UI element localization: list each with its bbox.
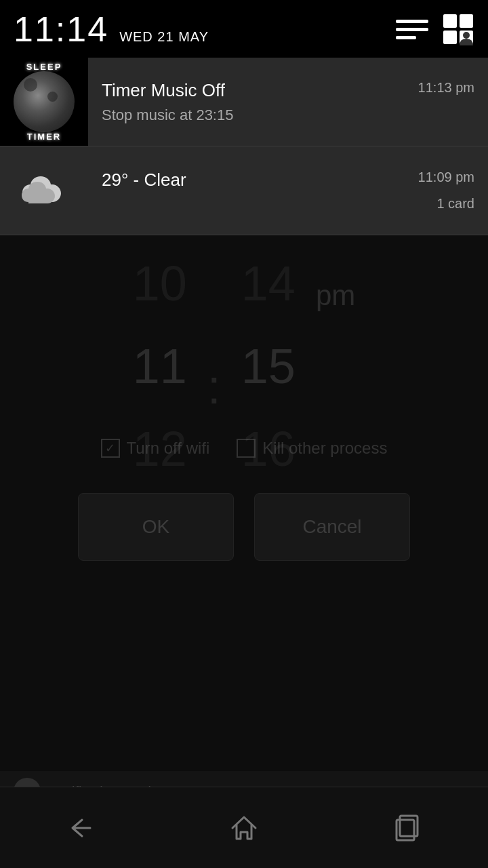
weather-subtitle: 1 card	[102, 196, 474, 212]
time-colon: :	[207, 345, 221, 414]
cloud-icon	[20, 172, 68, 210]
status-bar: 11:14 WED 21 MAY	[0, 0, 488, 58]
sleep-timer-app-icon: SLEEP TIMER	[0, 58, 88, 146]
option-wifi: ✓ Turn off wifi	[101, 439, 210, 458]
hour-prev: 10	[133, 256, 187, 311]
sleep-label: SLEEP	[0, 62, 88, 72]
home-icon	[226, 809, 263, 846]
timer-label: TIMER	[0, 132, 88, 142]
hour-current: 11	[133, 338, 187, 394]
sleep-timer-title: Timer Music Off	[102, 80, 225, 101]
minute-current: 15	[241, 338, 296, 394]
svg-rect-3	[443, 14, 457, 28]
moon-image	[14, 71, 75, 132]
sleep-timer-time: 11:13 pm	[418, 80, 474, 96]
weather-header: 29° - Clear 11:09 pm	[102, 170, 474, 191]
svg-rect-1	[396, 28, 428, 31]
svg-rect-2	[396, 36, 416, 39]
dialog-buttons: OK Cancel	[0, 493, 488, 561]
wifi-label: Turn off wifi	[127, 439, 210, 458]
kill-label: Kill other process	[262, 439, 387, 458]
clock-time: 11:14	[14, 9, 108, 50]
back-button[interactable]	[54, 808, 108, 848]
back-icon	[63, 809, 100, 846]
sleep-timer-icon-container: SLEEP TIMER	[0, 58, 88, 146]
main-content: 10 11 12 : 14 15 16 pm ✓ Turn off wifi K…	[0, 235, 488, 868]
option-kill: Kill other process	[237, 439, 387, 458]
cancel-button[interactable]: Cancel	[254, 493, 410, 561]
weather-content: 29° - Clear 11:09 pm 1 card	[88, 146, 488, 235]
recents-button[interactable]	[380, 808, 434, 848]
weather-time: 11:09 pm	[418, 170, 474, 185]
notification-sleep-timer[interactable]: SLEEP TIMER Timer Music Off 11:13 pm Sto…	[0, 58, 488, 146]
status-icons	[396, 13, 474, 45]
wifi-checkbox: ✓	[101, 439, 120, 458]
sleep-timer-header: Timer Music Off 11:13 pm	[102, 80, 474, 101]
svg-rect-4	[460, 14, 473, 28]
clock-date: WED 21 MAY	[119, 29, 209, 45]
profile-icon	[442, 13, 474, 45]
ampm-text: pm	[316, 256, 355, 312]
cancel-label: Cancel	[302, 516, 361, 538]
sleep-timer-content: Timer Music Off 11:13 pm Stop music at 2…	[88, 58, 488, 146]
navigation-bar	[0, 787, 488, 868]
options-row: ✓ Turn off wifi Kill other process	[0, 439, 488, 458]
sleep-timer-subtitle: Stop music at 23:15	[102, 106, 474, 124]
ok-button[interactable]: OK	[78, 493, 234, 561]
signal-icon	[396, 16, 428, 43]
svg-rect-0	[396, 20, 428, 23]
home-button[interactable]	[217, 808, 271, 848]
notification-weather[interactable]: 29° - Clear 11:09 pm 1 card	[0, 146, 488, 235]
svg-rect-5	[443, 31, 457, 44]
ok-label: OK	[142, 516, 169, 538]
weather-title: 29° - Clear	[102, 170, 186, 191]
status-time-area: 11:14 WED 21 MAY	[14, 9, 209, 50]
notification-area: SLEEP TIMER Timer Music Off 11:13 pm Sto…	[0, 58, 488, 235]
recents-icon	[388, 809, 426, 846]
kill-checkbox	[237, 439, 256, 458]
minute-prev: 14	[241, 256, 296, 311]
weather-icon-container	[0, 146, 88, 235]
svg-point-7	[463, 32, 470, 39]
checkmark: ✓	[105, 441, 115, 456]
